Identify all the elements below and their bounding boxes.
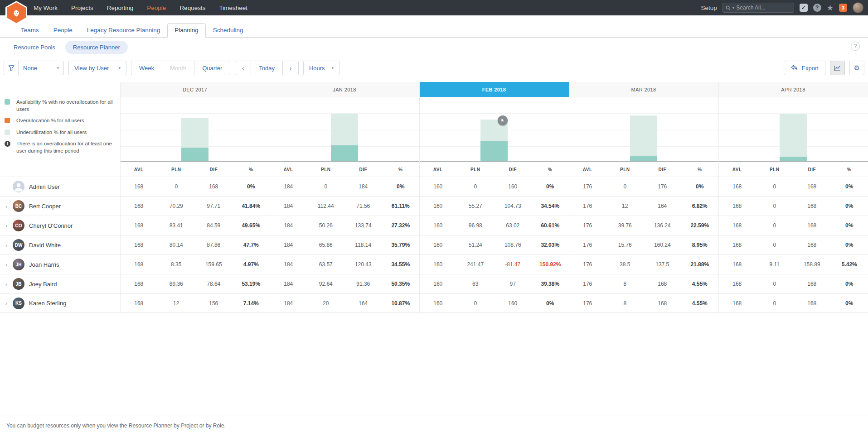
- month-cells-3: 16001600%: [419, 300, 569, 307]
- tab-teams[interactable]: Teams: [14, 23, 46, 38]
- month-cells-5: 16801680%: [718, 281, 868, 287]
- next-period-button[interactable]: ›: [283, 61, 299, 75]
- column-header-dif: DIF: [344, 167, 382, 172]
- pln-value: 8: [606, 281, 644, 287]
- expand-chevron-icon[interactable]: ›: [5, 261, 13, 268]
- user-rows: Admin User16801680%18401840%16001600%176…: [0, 177, 868, 313]
- month-cells-5: 16801680%: [718, 183, 868, 190]
- page-help-icon[interactable]: ?: [851, 42, 860, 51]
- nav-item-people[interactable]: People: [147, 5, 166, 11]
- dif-value: 156: [195, 300, 233, 307]
- tasks-check-icon[interactable]: ✓: [800, 4, 808, 12]
- month-header-row: DEC 2017JAN 2018FEB 2018MAR 2018APR 2018: [120, 82, 868, 97]
- expand-chevron-icon[interactable]: ›: [5, 281, 13, 288]
- tab-planning[interactable]: Planning: [167, 23, 206, 38]
- chart-view-toggle[interactable]: [830, 61, 845, 75]
- nav-item-timesheet[interactable]: Timesheet: [219, 5, 247, 11]
- nav-item-requests[interactable]: Requests: [179, 5, 205, 11]
- month-header-jan-2018[interactable]: JAN 2018: [270, 82, 419, 97]
- user-name-cell[interactable]: ›BCBert Cooper: [0, 200, 120, 212]
- month-header-apr-2018[interactable]: APR 2018: [718, 82, 868, 97]
- period-button-quarter[interactable]: Quarter: [194, 61, 230, 75]
- period-button-week[interactable]: Week: [131, 61, 162, 75]
- nav-item-reporting[interactable]: Reporting: [107, 5, 134, 11]
- settings-button[interactable]: ⚙: [849, 61, 864, 75]
- chart-column-1: [120, 97, 270, 161]
- month-cells-1: 168121567.14%: [120, 300, 270, 307]
- stacked-bar-dec-2017[interactable]: [181, 118, 209, 161]
- avl-value: 176: [569, 281, 606, 287]
- pct-value: 47.7%: [233, 242, 270, 248]
- view-by-dropdown[interactable]: View by User ▾: [68, 61, 126, 75]
- pln-value: 0: [307, 183, 345, 190]
- month-header-dec-2017[interactable]: DEC 2017: [120, 82, 270, 97]
- month-header-feb-2018[interactable]: FEB 2018: [419, 82, 569, 97]
- today-button[interactable]: Today: [251, 61, 283, 75]
- stacked-bar-apr-2018[interactable]: [780, 114, 807, 161]
- month-cells-5: 16801680%: [718, 242, 868, 248]
- column-header-pln: PLN: [457, 167, 495, 172]
- user-name-cell[interactable]: ›DWDavid White: [0, 239, 120, 251]
- search-scope-caret-icon[interactable]: ▾: [732, 5, 735, 10]
- user-name-cell[interactable]: ›KSKaren Sterling: [0, 298, 120, 309]
- month-header-mar-2018[interactable]: MAR 2018: [569, 82, 718, 97]
- nav-item-my-work[interactable]: My Work: [34, 5, 58, 11]
- dif-value: 184: [344, 183, 382, 190]
- export-button[interactable]: Export: [784, 61, 825, 75]
- column-header-group-4: AVLPLNDIF%: [569, 162, 718, 177]
- column-header-avl: AVL: [718, 167, 756, 172]
- month-cells-3: 16055.27104.7334.54%: [419, 203, 569, 209]
- filter-icon[interactable]: [4, 61, 19, 75]
- user-avatar[interactable]: [853, 2, 863, 13]
- nav-item-projects[interactable]: Projects: [71, 5, 93, 11]
- pct-value: 34.54%: [532, 203, 569, 209]
- column-header-group-3: AVLPLNDIF%: [419, 162, 569, 177]
- notifications-badge[interactable]: 3: [839, 4, 847, 12]
- user-name: Cheryl O'Connor: [29, 222, 73, 229]
- tab-scheduling[interactable]: Scheduling: [206, 23, 251, 38]
- subnav-resource-pools[interactable]: Resource Pools: [14, 44, 55, 51]
- user-name-cell[interactable]: ›JHJoan Harris: [0, 259, 120, 270]
- units-dropdown[interactable]: Hours ▾: [303, 61, 339, 75]
- user-name-cell[interactable]: ›JBJoey Baird: [0, 278, 120, 290]
- setup-link[interactable]: Setup: [701, 5, 717, 11]
- user-name-cell[interactable]: ›COCheryl O'Connor: [0, 220, 120, 231]
- month-cells-1: 1688.35159.654.97%: [120, 261, 270, 268]
- underutilization-segment: [630, 115, 657, 156]
- dif-value: 120.43: [344, 261, 382, 268]
- month-cells-5: 1689.11158.895.42%: [718, 261, 868, 268]
- avl-value: 160: [419, 261, 457, 268]
- underutilization-segment: [780, 114, 807, 157]
- month-cells-4: 17639.76136.2422.59%: [569, 222, 718, 229]
- user-name-cell[interactable]: Admin User: [0, 181, 120, 192]
- tab-legacy-resource-planning[interactable]: Legacy Resource Planning: [80, 23, 167, 38]
- stacked-bar-feb-2018[interactable]: [480, 120, 508, 161]
- pln-value: 0: [756, 183, 794, 190]
- column-header-group-5: AVLPLNDIF%: [718, 162, 868, 177]
- global-search[interactable]: ▾: [723, 3, 794, 13]
- period-button-month[interactable]: Month: [162, 61, 194, 75]
- expand-chevron-icon[interactable]: ›: [5, 300, 13, 307]
- stacked-bar-mar-2018[interactable]: [630, 115, 657, 161]
- planning-subnav: Resource PoolsResource Planner: [14, 40, 128, 54]
- filter-dropdown[interactable]: None ▾: [19, 61, 64, 75]
- stacked-bar-jan-2018[interactable]: [331, 114, 358, 161]
- month-cells-3: 160241.47-81.47150.92%: [419, 261, 569, 268]
- expand-chevron-icon[interactable]: ›: [5, 222, 13, 229]
- search-input[interactable]: [736, 5, 790, 11]
- dif-value: 168: [793, 183, 831, 190]
- workfront-logo[interactable]: [5, 1, 27, 24]
- prev-period-button[interactable]: ‹: [235, 61, 251, 75]
- month-cells-1: 16880.1487.8647.7%: [120, 242, 270, 248]
- expand-chevron-icon[interactable]: ›: [5, 242, 13, 249]
- expand-chevron-icon[interactable]: ›: [5, 203, 13, 210]
- favorites-star-icon[interactable]: ★: [827, 4, 834, 12]
- subnav-resource-planner[interactable]: Resource Planner: [65, 41, 128, 54]
- tab-people[interactable]: People: [46, 23, 80, 38]
- pct-value: 60.61%: [532, 222, 569, 229]
- column-header-pln: PLN: [307, 167, 345, 172]
- avl-value: 168: [120, 281, 158, 287]
- help-icon[interactable]: ?: [813, 4, 821, 12]
- month-cells-1: 16870.2997.7141.84%: [120, 203, 270, 209]
- month-cells-2: 18492.6491.3650.35%: [270, 281, 419, 287]
